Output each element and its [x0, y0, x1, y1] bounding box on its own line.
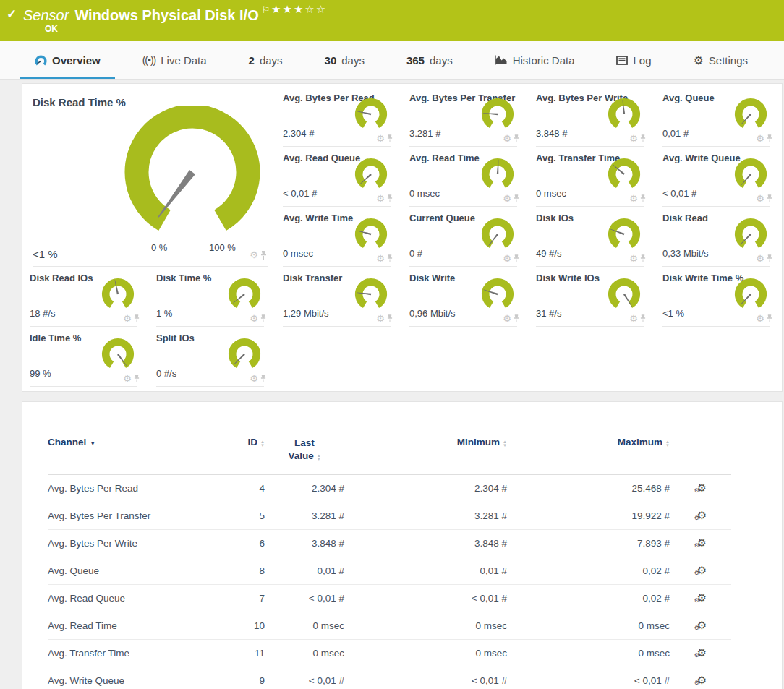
mini-gauge — [351, 276, 391, 311]
gauge-settings-icon[interactable]: ⚙ — [756, 134, 764, 143]
gauge-title: Disk Read — [662, 213, 708, 223]
pin-icon[interactable] — [767, 254, 772, 262]
tab-30-days[interactable]: 30 days — [310, 41, 379, 79]
col-header-maximum[interactable]: Maximum▲▼ — [507, 432, 670, 475]
channel-settings-icon[interactable]: ⚙⚙ — [694, 565, 707, 575]
pin-icon[interactable] — [387, 314, 393, 322]
pin-icon[interactable] — [260, 375, 266, 382]
sort-icon[interactable]: ▲▼ — [503, 440, 507, 448]
cell-channel: Avg. Bytes Per Read — [48, 475, 221, 502]
pin-icon[interactable] — [387, 254, 393, 262]
gauge-value: 0,33 Mbit/s — [662, 248, 709, 259]
stars-empty[interactable]: ☆☆ — [304, 3, 327, 15]
tab-2-days[interactable]: 2 days — [234, 41, 297, 79]
channel-settings-icon[interactable]: ⚙⚙ — [694, 510, 707, 521]
sensor-header: ✓ SensorWindows Physical Disk I/O⚐ ★★★☆☆… — [0, 0, 784, 41]
col-header-channel[interactable]: Channel▼ — [48, 432, 221, 475]
gauge-cell: Avg. Bytes Per Write 3.848 # ⚙ — [529, 87, 655, 147]
pin-icon[interactable] — [387, 134, 393, 142]
pin-icon[interactable] — [134, 375, 140, 382]
channel-table-panel: Channel▼ ID▲▼ LastValue▲▼ Minimum▲▼ Maxi… — [22, 401, 783, 689]
gauge-settings-icon[interactable]: ⚙ — [503, 254, 511, 263]
cell-last-value: 3.281 # — [265, 502, 344, 530]
channel-settings-icon[interactable]: ⚙⚙ — [694, 593, 707, 603]
pin-icon[interactable] — [767, 194, 772, 202]
gauge-cell: Disk IOs 49 #/s ⚙ — [529, 207, 655, 267]
gauge-settings-icon[interactable]: ⚙ — [629, 134, 638, 143]
gauge-settings-icon[interactable]: ⚙ — [376, 194, 385, 203]
channel-settings-icon[interactable]: ⚙⚙ — [694, 483, 707, 493]
tab-log[interactable]: Log — [602, 41, 665, 79]
sort-icon[interactable]: ▲▼ — [260, 440, 265, 448]
gauge-value: 0,01 # — [662, 128, 689, 139]
channel-settings-icon[interactable]: ⚙⚙ — [694, 648, 707, 658]
gauge-settings-icon[interactable]: ⚙ — [376, 134, 385, 143]
gauge-settings-icon[interactable]: ⚙ — [756, 314, 764, 323]
cell-maximum: 7.893 # — [507, 530, 670, 557]
mini-gauge — [731, 96, 770, 131]
gauge-settings-icon[interactable]: ⚙ — [629, 314, 638, 323]
sort-icon[interactable]: ▲▼ — [665, 440, 670, 448]
col-header-last-value[interactable]: LastValue▲▼ — [265, 432, 344, 475]
gauge-settings-icon[interactable]: ⚙ — [629, 254, 638, 263]
gauge-settings-icon[interactable]: ⚙ — [376, 314, 385, 323]
pin-icon[interactable] — [387, 194, 393, 202]
flag-icon[interactable]: ⚐ — [262, 4, 270, 15]
pin-icon[interactable] — [260, 314, 266, 322]
pin-icon[interactable] — [514, 194, 519, 202]
pin-icon[interactable] — [767, 134, 772, 142]
gauge-settings-icon[interactable]: ⚙ — [756, 194, 764, 203]
gauge-settings-icon[interactable]: ⚙ — [503, 314, 511, 323]
cell-minimum: 3.848 # — [344, 530, 507, 557]
pin-icon[interactable] — [514, 134, 519, 142]
cell-minimum: < 0,01 # — [344, 667, 507, 689]
col-header-minimum[interactable]: Minimum▲▼ — [344, 432, 507, 475]
gauge-settings-icon[interactable]: ⚙ — [123, 314, 132, 323]
gauge-settings-icon[interactable]: ⚙ — [756, 254, 764, 263]
sort-icon[interactable]: ▲▼ — [317, 454, 321, 461]
sort-desc-icon[interactable]: ▼ — [90, 440, 95, 447]
pin-icon[interactable] — [767, 314, 772, 322]
pin-icon[interactable] — [640, 134, 646, 142]
gauge-settings-icon[interactable]: ⚙ — [123, 374, 132, 383]
channel-settings-icon[interactable]: ⚙⚙ — [694, 538, 707, 548]
pin-icon[interactable] — [260, 251, 267, 260]
pin-icon[interactable] — [640, 314, 646, 322]
cell-last-value: 0 msec — [265, 612, 344, 640]
table-row: Avg. Write Queue 9 < 0,01 # < 0,01 # < 0… — [48, 667, 731, 689]
gauge-cell: Disk Transfer 1,29 Mbit/s ⚙ — [276, 267, 402, 327]
channel-settings-icon[interactable]: ⚙⚙ — [694, 675, 707, 685]
cell-maximum: 0 msec — [507, 640, 670, 667]
gauge-settings-icon[interactable]: ⚙ — [629, 194, 638, 203]
col-header-id[interactable]: ID▲▼ — [221, 432, 265, 475]
pin-icon[interactable] — [514, 254, 519, 262]
gauge-settings-icon[interactable]: ⚙ — [503, 134, 511, 143]
gauge-cell: Avg. Write Queue < 0,01 # ⚙ — [655, 147, 782, 207]
stars-filled[interactable]: ★★★ — [271, 3, 304, 15]
tab-live-data[interactable]: ((•)) Live Data — [128, 41, 221, 79]
channel-settings-icon[interactable]: ⚙⚙ — [694, 620, 707, 630]
cell-maximum: 0 msec — [507, 612, 670, 640]
priority-stars[interactable]: ★★★☆☆ — [271, 3, 327, 16]
gauge-value: 0 msec — [283, 248, 313, 259]
tab-settings[interactable]: ⚙ Settings — [678, 41, 762, 79]
gauge-settings-icon[interactable]: ⚙ — [250, 250, 258, 260]
pin-icon[interactable] — [134, 314, 140, 322]
gauge-cell: Disk Read 0,33 Mbit/s ⚙ — [655, 207, 782, 267]
cell-id: 6 — [221, 530, 265, 557]
tab-365-days[interactable]: 365 days — [392, 41, 467, 79]
cell-id: 5 — [221, 502, 265, 530]
tab-historic-data[interactable]: Historic Data — [480, 41, 589, 79]
gauge-settings-icon[interactable]: ⚙ — [376, 254, 385, 263]
tab-overview[interactable]: Overview — [20, 41, 115, 79]
pin-icon[interactable] — [640, 194, 646, 202]
gauge-title: Avg. Read Time — [409, 153, 480, 163]
cell-last-value: 0 msec — [265, 640, 344, 667]
gauge-settings-icon[interactable]: ⚙ — [250, 314, 258, 323]
gauge-settings-icon[interactable]: ⚙ — [250, 374, 258, 383]
pin-icon[interactable] — [514, 314, 519, 322]
gauge-settings-icon[interactable]: ⚙ — [503, 194, 511, 203]
gauge-tab-icon — [35, 55, 47, 66]
pin-icon[interactable] — [640, 254, 646, 262]
cell-id: 11 — [221, 640, 265, 667]
